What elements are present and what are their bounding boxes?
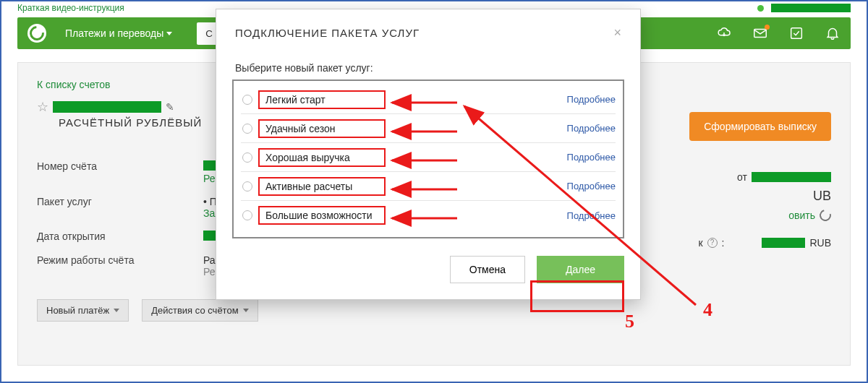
notification-dot-icon xyxy=(765,25,770,30)
package-options-box: Легкий старт Подробнее Удачный сезон Под… xyxy=(232,79,624,238)
new-payment-label: Новый платёж xyxy=(46,305,109,316)
annotation-number-5: 5 xyxy=(625,311,634,332)
payments-nav-label: Платежи и переводы xyxy=(65,27,163,39)
field-label-package: Пакет услуг xyxy=(37,196,182,219)
svg-rect-1 xyxy=(791,28,802,39)
bell-icon[interactable] xyxy=(825,25,841,41)
package-option-row: Хорошая выручка Подробнее xyxy=(241,143,616,172)
package-option-row: Большие возможности Подробнее xyxy=(241,201,616,230)
cancel-button[interactable]: Отмена xyxy=(450,256,525,283)
generate-statement-button[interactable]: Сформировать выписку xyxy=(689,112,831,141)
account-actions-button[interactable]: Действия со счётом xyxy=(142,299,258,322)
summary-currency-1: UB xyxy=(813,189,831,204)
package-more-link[interactable]: Подробнее xyxy=(567,152,616,163)
account-actions-label: Действия со счётом xyxy=(151,305,238,316)
summary-currency-2: RUB xyxy=(809,237,831,249)
package-option-row: Легкий старт Подробнее xyxy=(241,85,616,114)
new-payment-button[interactable]: Новый платёж xyxy=(37,299,129,322)
edit-pencil-icon[interactable]: ✎ xyxy=(166,101,174,113)
redacted-block xyxy=(53,101,161,113)
right-summary: от UB овить к?:RUB xyxy=(672,171,831,254)
package-radio[interactable] xyxy=(242,210,252,220)
chevron-down-icon xyxy=(166,32,172,35)
redacted-block xyxy=(771,4,851,12)
package-option-label[interactable]: Удачный сезон xyxy=(258,119,386,138)
field-label-opendate: Дата открытия xyxy=(37,231,182,243)
annotation-number-4: 4 xyxy=(703,299,712,321)
mail-icon[interactable] xyxy=(752,25,768,41)
chevron-down-icon xyxy=(114,309,119,312)
refresh-icon[interactable] xyxy=(817,207,833,223)
chevron-down-icon xyxy=(243,309,249,312)
favorite-star-icon[interactable]: ☆ xyxy=(37,99,48,115)
package-option-label[interactable]: Хорошая выручка xyxy=(258,148,386,167)
next-button[interactable]: Далее xyxy=(537,256,624,283)
video-instruction-link[interactable]: Краткая видео-инструкция xyxy=(17,3,124,13)
package-radio[interactable] xyxy=(242,124,252,134)
summary-colon: : xyxy=(722,237,725,249)
package-option-label[interactable]: Легкий старт xyxy=(258,90,386,109)
summary-k-prefix: к xyxy=(698,237,702,249)
summary-from-prefix: от xyxy=(737,171,747,183)
logo-icon[interactable] xyxy=(27,24,46,43)
close-icon[interactable]: × xyxy=(613,25,621,40)
package-option-label[interactable]: Большие возможности xyxy=(258,206,386,225)
redacted-block xyxy=(752,172,831,182)
field-label-number: Номер счёта xyxy=(37,160,182,184)
package-option-row: Удачный сезон Подробнее xyxy=(241,114,616,143)
cloud-download-icon[interactable] xyxy=(716,25,732,41)
modal-title: ПОДКЛЮЧЕНИЕ ПАКЕТА УСЛУГ xyxy=(235,27,420,39)
connect-package-modal: ПОДКЛЮЧЕНИЕ ПАКЕТА УСЛУГ × Выберите новы… xyxy=(216,9,641,300)
package-option-row: Активные расчеты Подробнее xyxy=(241,172,616,201)
redacted-block xyxy=(762,238,805,248)
help-icon[interactable]: ? xyxy=(707,238,718,248)
payments-nav-button[interactable]: Платежи и переводы xyxy=(65,27,172,39)
package-more-link[interactable]: Подробнее xyxy=(567,94,616,105)
package-more-link[interactable]: Подробнее xyxy=(567,181,616,192)
package-radio[interactable] xyxy=(242,95,252,105)
package-option-label[interactable]: Активные расчеты xyxy=(258,177,386,196)
refresh-link[interactable]: овить xyxy=(788,210,815,221)
package-more-link[interactable]: Подробнее xyxy=(567,123,616,134)
svg-rect-0 xyxy=(754,30,767,38)
back-to-accounts-link[interactable]: К списку счетов xyxy=(37,79,111,90)
package-radio[interactable] xyxy=(242,181,252,192)
package-more-link[interactable]: Подробнее xyxy=(567,210,616,221)
package-radio[interactable] xyxy=(242,152,252,163)
modal-prompt: Выберите новый пакет услуг: xyxy=(235,62,624,74)
status-dot-icon xyxy=(757,5,764,12)
checklist-icon[interactable] xyxy=(788,25,804,41)
field-label-mode: Режим работы счёта xyxy=(37,254,182,277)
